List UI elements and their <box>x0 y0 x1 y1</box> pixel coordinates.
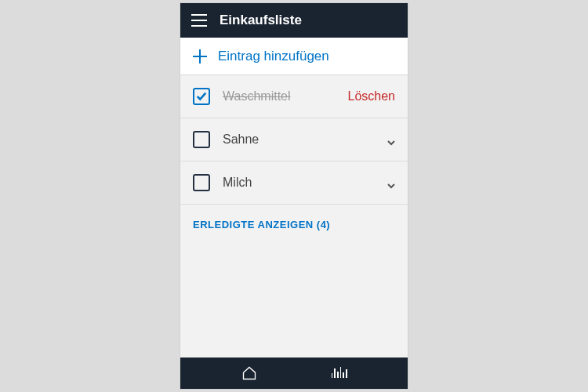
item-label: Milch <box>223 176 375 190</box>
item-label: Sahne <box>223 132 375 147</box>
checkbox[interactable] <box>193 131 210 148</box>
chevron-down-icon[interactable] <box>387 136 395 143</box>
equalizer-icon[interactable] <box>332 365 347 381</box>
app-frame: Einkaufsliste Eintrag hinzufügen Waschmi… <box>180 3 408 389</box>
check-icon <box>196 91 207 102</box>
page-title: Einkaufsliste <box>220 13 302 28</box>
list-item: Sahne <box>180 118 408 162</box>
checkbox[interactable] <box>193 174 210 191</box>
checkbox[interactable] <box>193 88 210 105</box>
chevron-down-icon[interactable] <box>387 179 395 187</box>
add-item-label: Eintrag hinzufügen <box>218 49 329 64</box>
hamburger-icon[interactable] <box>191 14 207 27</box>
list-item: Waschmittel Löschen <box>180 75 408 118</box>
app-header: Einkaufsliste <box>180 3 408 38</box>
item-label: Waschmittel <box>223 89 336 103</box>
add-item-button[interactable]: Eintrag hinzufügen <box>180 38 408 75</box>
list-item: Milch <box>180 162 408 205</box>
shopping-list: Waschmittel Löschen Sahne Milch ERLEDIGT… <box>180 75 408 358</box>
show-completed-button[interactable]: ERLEDIGTE ANZEIGEN (4) <box>180 205 408 245</box>
bottom-nav <box>180 358 408 389</box>
delete-button[interactable]: Löschen <box>348 89 396 103</box>
plus-icon <box>193 49 207 64</box>
home-icon[interactable] <box>241 365 257 381</box>
